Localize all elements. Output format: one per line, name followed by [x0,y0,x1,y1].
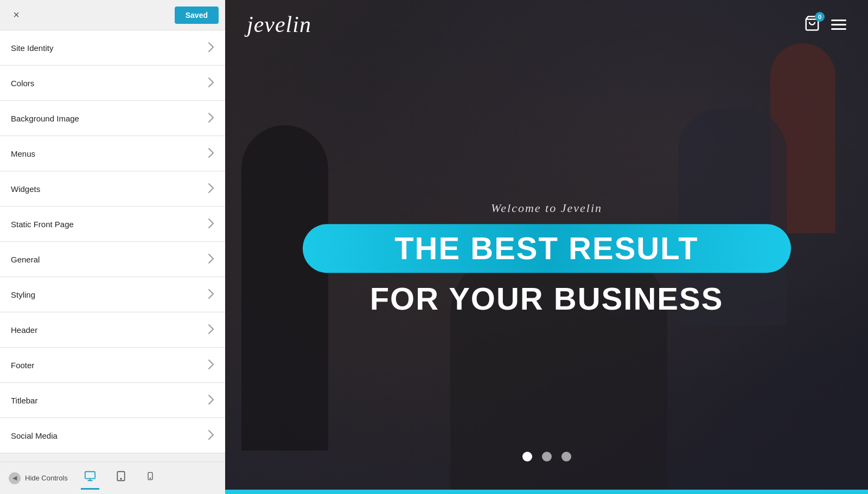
preview-area: jevelin 0 Welcome to Jevelin THE BEST RE… [225,0,868,494]
tablet-icon [116,470,126,482]
slide-dot-1[interactable] [522,452,532,461]
saved-button[interactable]: Saved [175,7,219,24]
sidebar-header: × Saved [0,0,225,30]
headline-bottom: FOR YOUR BUSINESS [303,281,791,316]
tablet-view-button[interactable] [112,467,130,490]
sidebar-item-header[interactable]: Header [0,312,225,348]
welcome-text: Welcome to Jevelin [303,201,791,215]
headline-band: THE BEST RESULT [303,224,791,273]
sidebar: × Saved Site Identity Colors Background … [0,0,225,494]
hide-controls-button[interactable]: ◀ Hide Controls [9,472,68,484]
arrow-left-icon: ◀ [9,472,21,484]
sidebar-item-menus[interactable]: Menus [0,136,225,171]
sidebar-item-social-media[interactable]: Social Media [0,418,225,453]
sidebar-item-colors[interactable]: Colors [0,66,225,101]
sidebar-item-titlebar[interactable]: Titlebar [0,383,225,418]
sidebar-item-footer[interactable]: Footer [0,348,225,383]
chevron-right-icon [208,359,214,371]
svg-point-4 [150,478,150,478]
desktop-icon [84,470,96,482]
sidebar-item-styling[interactable]: Styling [0,277,225,312]
chevron-right-icon [208,218,214,230]
preview-header: jevelin 0 [225,0,868,49]
chevron-right-icon [208,288,214,301]
cart-button[interactable]: 0 [804,15,820,34]
chevron-right-icon [208,77,214,89]
sidebar-item-general[interactable]: General [0,242,225,277]
hero-content: Welcome to Jevelin THE BEST RESULT FOR Y… [303,201,791,316]
svg-point-2 [120,478,122,479]
sidebar-footer: ◀ Hide Controls [0,461,225,494]
sidebar-item-label-colors: Colors [11,79,34,88]
site-logo: jevelin [247,11,311,37]
sidebar-item-label-footer: Footer [11,361,34,370]
mobile-icon [146,470,155,482]
chevron-right-icon [208,147,214,160]
hamburger-menu-button[interactable] [831,20,846,30]
chevron-right-icon [208,429,214,442]
hide-controls-label: Hide Controls [25,474,68,482]
slide-dots [522,452,571,461]
hamburger-line-1 [831,20,846,21]
sidebar-item-label-social-media: Social Media [11,431,58,440]
close-button[interactable]: × [7,5,26,25]
sidebar-item-label-static-front-page: Static Front Page [11,220,74,229]
slide-dot-2[interactable] [542,452,552,461]
cart-badge: 0 [815,12,825,22]
menu-list: Site Identity Colors Background Image Me… [0,30,225,461]
sidebar-item-site-identity[interactable]: Site Identity [0,30,225,66]
slide-dot-3[interactable] [561,452,571,461]
sidebar-item-label-widgets: Widgets [11,184,40,194]
sidebar-item-label-header: Header [11,325,37,335]
sidebar-item-label-site-identity: Site Identity [11,43,53,53]
mobile-view-button[interactable] [143,467,158,490]
sidebar-item-static-front-page[interactable]: Static Front Page [0,207,225,242]
hamburger-line-2 [831,24,846,25]
sidebar-item-label-background-image: Background Image [11,114,79,123]
chevron-right-icon [208,324,214,336]
chevron-right-icon [208,42,214,54]
hamburger-line-3 [831,28,846,30]
sidebar-item-widgets[interactable]: Widgets [0,171,225,207]
preview-bottom-bar [225,490,868,494]
chevron-right-icon [208,394,214,407]
desktop-view-button[interactable] [81,467,99,490]
sidebar-item-label-general: General [11,255,40,264]
header-icons: 0 [804,15,846,34]
headline-top: THE BEST RESULT [330,233,764,264]
svg-rect-0 [85,471,95,478]
sidebar-item-background-image[interactable]: Background Image [0,101,225,136]
chevron-right-icon [208,253,214,266]
chevron-right-icon [208,112,214,125]
sidebar-item-label-styling: Styling [11,290,35,299]
sidebar-item-label-menus: Menus [11,149,35,158]
chevron-right-icon [208,183,214,195]
sidebar-item-label-titlebar: Titlebar [11,396,37,405]
